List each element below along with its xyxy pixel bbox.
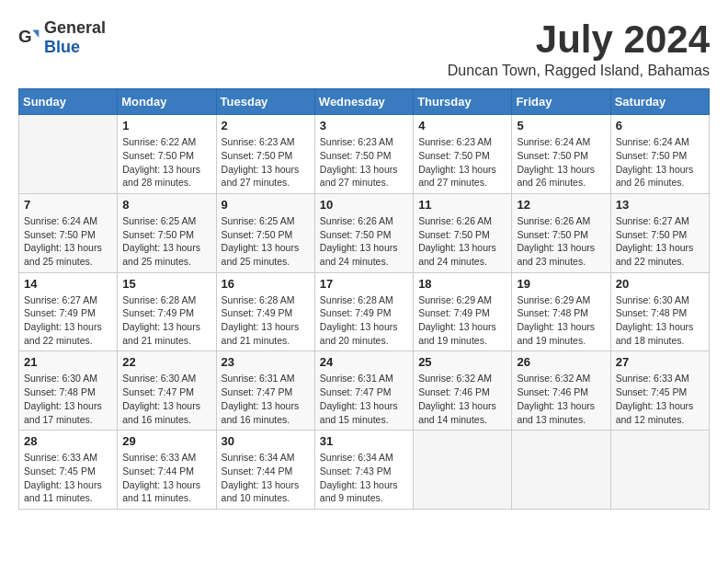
- calendar-cell: 31Sunrise: 6:34 AM Sunset: 7:43 PM Dayli…: [314, 431, 413, 510]
- day-number: 27: [616, 355, 704, 369]
- header-day-tuesday: Tuesday: [216, 89, 314, 115]
- day-info: Sunrise: 6:34 AM Sunset: 7:44 PM Dayligh…: [222, 451, 310, 505]
- logo-icon: G: [18, 27, 40, 49]
- calendar-cell: 8Sunrise: 6:25 AM Sunset: 7:50 PM Daylig…: [118, 193, 216, 272]
- month-title: July 2024: [448, 18, 710, 61]
- day-info: Sunrise: 6:29 AM Sunset: 7:49 PM Dayligh…: [418, 293, 506, 348]
- day-number: 14: [24, 277, 112, 291]
- day-number: 8: [122, 198, 210, 212]
- day-info: Sunrise: 6:32 AM Sunset: 7:46 PM Dayligh…: [418, 372, 506, 426]
- header-day-sunday: Sunday: [19, 89, 118, 115]
- logo-general: General: [44, 18, 106, 37]
- day-info: Sunrise: 6:24 AM Sunset: 7:50 PM Dayligh…: [616, 135, 704, 190]
- day-number: 2: [222, 119, 310, 132]
- day-info: Sunrise: 6:32 AM Sunset: 7:46 PM Dayligh…: [517, 372, 605, 426]
- calendar-cell: [19, 115, 118, 194]
- calendar-cell: 30Sunrise: 6:34 AM Sunset: 7:44 PM Dayli…: [216, 431, 314, 510]
- day-info: Sunrise: 6:27 AM Sunset: 7:50 PM Dayligh…: [616, 214, 704, 269]
- day-number: 23: [222, 355, 310, 369]
- header-day-wednesday: Wednesday: [314, 89, 413, 115]
- day-number: 3: [320, 119, 408, 132]
- header-day-monday: Monday: [118, 89, 216, 115]
- day-info: Sunrise: 6:26 AM Sunset: 7:50 PM Dayligh…: [517, 214, 605, 269]
- header-day-saturday: Saturday: [610, 89, 709, 115]
- day-number: 22: [122, 355, 210, 369]
- day-info: Sunrise: 6:25 AM Sunset: 7:50 PM Dayligh…: [122, 214, 210, 269]
- calendar-cell: 4Sunrise: 6:23 AM Sunset: 7:50 PM Daylig…: [414, 115, 512, 194]
- day-info: Sunrise: 6:25 AM Sunset: 7:50 PM Dayligh…: [222, 214, 310, 269]
- calendar-cell: 9Sunrise: 6:25 AM Sunset: 7:50 PM Daylig…: [216, 193, 314, 272]
- day-number: 6: [616, 119, 704, 132]
- day-number: 9: [222, 198, 310, 212]
- day-number: 17: [320, 277, 408, 291]
- day-info: Sunrise: 6:26 AM Sunset: 7:50 PM Dayligh…: [320, 214, 408, 269]
- calendar-cell: 21Sunrise: 6:30 AM Sunset: 7:48 PM Dayli…: [19, 351, 118, 431]
- calendar-cell: 18Sunrise: 6:29 AM Sunset: 7:49 PM Dayli…: [414, 272, 512, 351]
- calendar-cell: 12Sunrise: 6:26 AM Sunset: 7:50 PM Dayli…: [512, 193, 610, 272]
- day-info: Sunrise: 6:33 AM Sunset: 7:44 PM Dayligh…: [122, 451, 210, 505]
- calendar-cell: 20Sunrise: 6:30 AM Sunset: 7:48 PM Dayli…: [610, 272, 709, 351]
- day-info: Sunrise: 6:34 AM Sunset: 7:43 PM Dayligh…: [320, 451, 408, 505]
- calendar-cell: 14Sunrise: 6:27 AM Sunset: 7:49 PM Dayli…: [19, 272, 118, 351]
- day-number: 10: [320, 198, 408, 212]
- week-row-4: 21Sunrise: 6:30 AM Sunset: 7:48 PM Dayli…: [19, 351, 710, 431]
- calendar-cell: 19Sunrise: 6:29 AM Sunset: 7:48 PM Dayli…: [512, 272, 610, 351]
- header: G General Blue July 2024 Duncan Town, Ra…: [18, 18, 710, 79]
- day-number: 7: [24, 198, 112, 212]
- calendar-cell: 2Sunrise: 6:23 AM Sunset: 7:50 PM Daylig…: [216, 115, 314, 194]
- day-info: Sunrise: 6:22 AM Sunset: 7:50 PM Dayligh…: [122, 135, 210, 190]
- day-info: Sunrise: 6:28 AM Sunset: 7:49 PM Dayligh…: [222, 293, 310, 348]
- calendar-cell: [414, 431, 512, 510]
- week-row-1: 1Sunrise: 6:22 AM Sunset: 7:50 PM Daylig…: [19, 115, 710, 194]
- calendar-cell: 1Sunrise: 6:22 AM Sunset: 7:50 PM Daylig…: [118, 115, 216, 194]
- day-number: 13: [616, 198, 704, 212]
- day-info: Sunrise: 6:33 AM Sunset: 7:45 PM Dayligh…: [616, 372, 704, 426]
- calendar-cell: 13Sunrise: 6:27 AM Sunset: 7:50 PM Dayli…: [610, 193, 709, 272]
- day-number: 18: [418, 277, 506, 291]
- day-number: 29: [122, 434, 210, 448]
- day-info: Sunrise: 6:24 AM Sunset: 7:50 PM Dayligh…: [517, 135, 605, 190]
- header-day-thursday: Thursday: [414, 89, 512, 115]
- day-number: 28: [24, 434, 112, 448]
- svg-text:G: G: [18, 27, 32, 46]
- day-number: 24: [320, 355, 408, 369]
- day-info: Sunrise: 6:30 AM Sunset: 7:48 PM Dayligh…: [24, 372, 112, 426]
- calendar-cell: 11Sunrise: 6:26 AM Sunset: 7:50 PM Dayli…: [414, 193, 512, 272]
- calendar-cell: 15Sunrise: 6:28 AM Sunset: 7:49 PM Dayli…: [118, 272, 216, 351]
- calendar-cell: 29Sunrise: 6:33 AM Sunset: 7:44 PM Dayli…: [118, 431, 216, 510]
- day-number: 11: [418, 198, 506, 212]
- day-number: 1: [122, 119, 210, 132]
- day-number: 20: [616, 277, 704, 291]
- day-info: Sunrise: 6:31 AM Sunset: 7:47 PM Dayligh…: [320, 372, 408, 426]
- week-row-2: 7Sunrise: 6:24 AM Sunset: 7:50 PM Daylig…: [19, 193, 710, 272]
- calendar-cell: 24Sunrise: 6:31 AM Sunset: 7:47 PM Dayli…: [314, 351, 413, 431]
- calendar-cell: 22Sunrise: 6:30 AM Sunset: 7:47 PM Dayli…: [118, 351, 216, 431]
- header-day-friday: Friday: [512, 89, 610, 115]
- day-info: Sunrise: 6:23 AM Sunset: 7:50 PM Dayligh…: [222, 135, 310, 190]
- calendar-cell: 5Sunrise: 6:24 AM Sunset: 7:50 PM Daylig…: [512, 115, 610, 194]
- day-info: Sunrise: 6:27 AM Sunset: 7:49 PM Dayligh…: [24, 293, 112, 348]
- calendar-cell: 6Sunrise: 6:24 AM Sunset: 7:50 PM Daylig…: [610, 115, 709, 194]
- day-number: 21: [24, 355, 112, 369]
- logo: G General Blue: [18, 18, 106, 57]
- day-number: 19: [517, 277, 605, 291]
- calendar-cell: 28Sunrise: 6:33 AM Sunset: 7:45 PM Dayli…: [19, 431, 118, 510]
- calendar-cell: 23Sunrise: 6:31 AM Sunset: 7:47 PM Dayli…: [216, 351, 314, 431]
- day-info: Sunrise: 6:23 AM Sunset: 7:50 PM Dayligh…: [320, 135, 408, 190]
- calendar-header: SundayMondayTuesdayWednesdayThursdayFrid…: [19, 89, 710, 115]
- calendar-cell: 16Sunrise: 6:28 AM Sunset: 7:49 PM Dayli…: [216, 272, 314, 351]
- calendar-cell: 3Sunrise: 6:23 AM Sunset: 7:50 PM Daylig…: [314, 115, 413, 194]
- header-row: SundayMondayTuesdayWednesdayThursdayFrid…: [19, 89, 710, 115]
- day-number: 25: [418, 355, 506, 369]
- calendar-cell: 10Sunrise: 6:26 AM Sunset: 7:50 PM Dayli…: [314, 193, 413, 272]
- week-row-3: 14Sunrise: 6:27 AM Sunset: 7:49 PM Dayli…: [19, 272, 710, 351]
- day-info: Sunrise: 6:28 AM Sunset: 7:49 PM Dayligh…: [122, 293, 210, 348]
- calendar-cell: 17Sunrise: 6:28 AM Sunset: 7:49 PM Dayli…: [314, 272, 413, 351]
- calendar-cell: 7Sunrise: 6:24 AM Sunset: 7:50 PM Daylig…: [19, 193, 118, 272]
- day-number: 26: [517, 355, 605, 369]
- day-number: 16: [222, 277, 310, 291]
- title-area: July 2024 Duncan Town, Ragged Island, Ba…: [448, 18, 710, 79]
- day-number: 4: [418, 119, 506, 132]
- calendar-cell: 25Sunrise: 6:32 AM Sunset: 7:46 PM Dayli…: [414, 351, 512, 431]
- day-number: 31: [320, 434, 408, 448]
